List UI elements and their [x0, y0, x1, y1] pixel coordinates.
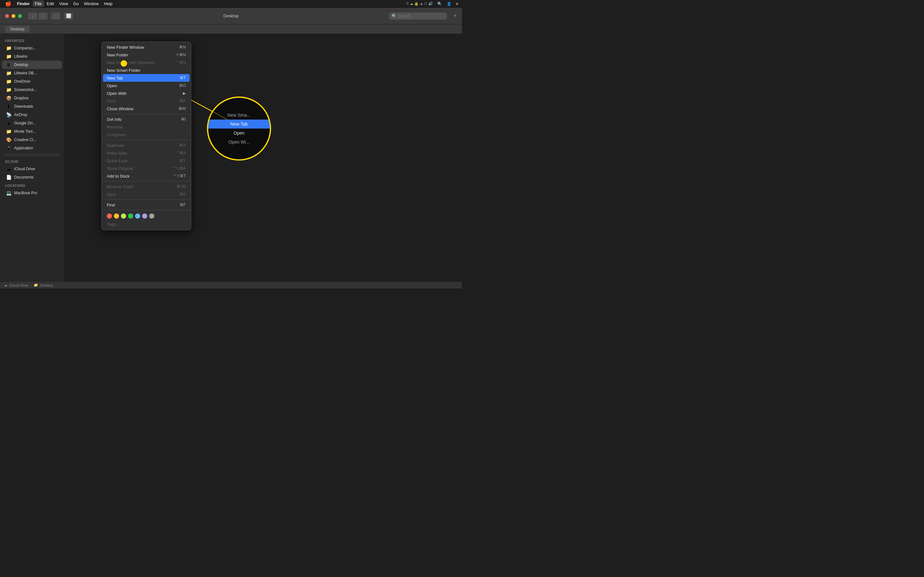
sidebar-item-macbookpro[interactable]: 💻 MacBook Pro [2, 189, 62, 197]
menu-eject[interactable]: Eject ⌘E [102, 190, 191, 198]
finder-toolbar: ‹ › ↑ ⬜ Desktop 🔍 + [0, 8, 462, 24]
sidebar-item-downloads[interactable]: ⬇ Downloads [2, 102, 62, 111]
sidebar-item-creativecloud[interactable]: 🎨 Creative Cl... [2, 135, 62, 144]
sidebar-item-screenshots[interactable]: 📁 Screenshot... [2, 85, 62, 94]
folder-icon: 📁 [6, 87, 11, 93]
menu-new-folder-selection[interactable]: New Folder with Selection ⌃⌘N [102, 59, 191, 66]
user-icon[interactable]: 👤 [445, 1, 453, 7]
menubar-file[interactable]: File [33, 1, 44, 7]
toolbar-title: Desktop [223, 13, 239, 18]
menu-open[interactable]: Open ⌘O [102, 82, 191, 89]
menubar-view[interactable]: View [57, 1, 70, 7]
sidebar-item-lifewire[interactable]: 📁 Lifewire [2, 52, 62, 61]
zoom-open: Open [208, 129, 270, 137]
tags-label[interactable]: Tags... [102, 221, 191, 229]
icloud-header: iCloud [0, 157, 64, 165]
menubar-help[interactable]: Help [102, 1, 115, 7]
sidebar-item-movietool[interactable]: 📁 Movie Tool... [2, 127, 62, 135]
tag-red[interactable] [107, 213, 112, 219]
finder-sidebar: Favorites 📁 Compariso... 📁 Lifewire 🖥 De… [0, 34, 64, 282]
sidebar-item-onedrive[interactable]: 📁 OneDrive [2, 77, 62, 85]
menubar-edit[interactable]: Edit [45, 1, 56, 7]
tag-blue[interactable] [135, 213, 140, 219]
minimize-button[interactable] [11, 14, 15, 18]
apple-menu[interactable]: 🍎 [3, 0, 14, 7]
back-button[interactable]: ‹ [28, 13, 37, 19]
finder-tabbar: Desktop [0, 24, 462, 34]
menubar-right: ⠿ ☁ 🔒 ▲ ⬡ 🔊 🔍 👤 ≡ [405, 1, 459, 7]
sidebar-item-applications[interactable]: 📱 Application [2, 144, 62, 152]
sidebar-item-label: Downloads [14, 104, 33, 109]
menu-close-window[interactable]: Close Window ⌘W [102, 105, 191, 113]
zoom-open-with: Open Wi... [208, 137, 270, 147]
controlcenter-icon[interactable]: ≡ [455, 1, 459, 7]
close-button[interactable] [5, 14, 9, 18]
tag-green[interactable] [128, 213, 133, 219]
menu-compress[interactable]: Compress [102, 131, 191, 139]
sidebar-item-label: Documents [14, 175, 34, 179]
tag-gray[interactable] [149, 213, 154, 219]
menu-rename[interactable]: Rename [102, 123, 191, 131]
menu-new-finder-window[interactable]: New Finder Window ⌘N [102, 43, 191, 51]
menubar-extra-icons: ⠿ ☁ 🔒 ▲ ⬡ 🔊 [405, 1, 434, 6]
locations-header: Locations [0, 181, 64, 189]
forward-button[interactable]: › [39, 13, 47, 19]
tag-yellow[interactable] [121, 213, 126, 219]
tag-purple[interactable] [142, 213, 147, 219]
window-controls [5, 14, 22, 18]
sidebar-item-dropbox[interactable]: 📦 Dropbox [2, 94, 62, 102]
folder-icon: 📁 [6, 53, 11, 59]
menu-show-original[interactable]: Show Original ⌃⌥⌘A [102, 164, 191, 172]
sidebar-item-label: MacBook Pro [14, 191, 37, 195]
sidebar-item-documents[interactable]: 📄 Documents [2, 173, 62, 181]
downloads-icon: ⬇ [6, 103, 11, 109]
highlight-dot-indicator [121, 60, 127, 67]
sidebar-item-label: Lifewire DB... [14, 71, 37, 75]
sidebar-item-desktop[interactable]: 🖥 Desktop [2, 61, 62, 69]
zoom-new-smart-folder: New Sma... [208, 111, 270, 119]
search-menubar-icon[interactable]: 🔍 [436, 1, 443, 7]
search-bar[interactable]: 🔍 [389, 13, 447, 19]
menu-add-to-dock[interactable]: Add to Dock ⌃⇧⌘T [102, 172, 191, 180]
menu-new-smart-folder[interactable]: New Smart Folder [102, 66, 191, 74]
statusbar-cloud-icon: ☁ [4, 283, 7, 287]
sidebar-item-compariso[interactable]: 📁 Compariso... [2, 44, 62, 52]
sidebar-item-icloudrive[interactable]: ☁ iCloud Drive [2, 165, 62, 173]
action-button[interactable]: ⬜ [64, 13, 73, 19]
menu-separator-2 [102, 140, 191, 140]
menubar-left: 🍎 Finder File Edit View Go Window Help [3, 0, 115, 7]
menu-make-alias[interactable]: Make Alias ⌃⌘A [102, 149, 191, 157]
tag-orange[interactable] [114, 213, 119, 219]
add-tab-button[interactable]: + [453, 13, 457, 19]
menu-open-with[interactable]: Open With ▶ [102, 89, 191, 97]
menu-find[interactable]: Find ⌘F [102, 201, 191, 209]
finder-main: New Finder Window ⌘N New Folder ⇧⌘N New … [64, 34, 462, 282]
menu-duplicate[interactable]: Duplicate ⌘D [102, 141, 191, 149]
sidebar-item-lifewiredb[interactable]: 📁 Lifewire DB... [2, 69, 62, 77]
menu-separator-1 [102, 114, 191, 114]
menubar-window[interactable]: Window [81, 1, 101, 7]
menu-new-folder[interactable]: New Folder ⇧⌘N [102, 51, 191, 59]
search-icon: 🔍 [392, 14, 397, 18]
menu-move-to-trash[interactable]: Move to Trash ⌘⌫ [102, 183, 191, 190]
menubar-finder[interactable]: Finder [15, 1, 32, 7]
menubar-go[interactable]: Go [71, 1, 81, 7]
menu-quick-look[interactable]: Quick Look ⌘Y [102, 157, 191, 164]
finder-window: ‹ › ↑ ⬜ Desktop 🔍 + Desktop Favorites 📁 … [0, 8, 462, 288]
dropbox-icon: 📦 [6, 95, 11, 101]
menu-print[interactable]: Print ⌘P [102, 97, 191, 105]
sidebar-item-label: Desktop [14, 63, 28, 67]
googledrive-icon: ▲ [6, 120, 11, 126]
tab-desktop[interactable]: Desktop [5, 26, 29, 33]
documents-icon: 📄 [6, 174, 11, 180]
share-button[interactable]: ↑ [51, 13, 60, 19]
icloud-icon: ☁ [6, 166, 11, 172]
search-input[interactable] [398, 14, 444, 18]
sidebar-item-googledrive[interactable]: ▲ Google Dri... [2, 119, 62, 127]
sidebar-item-label: Creative Cl... [14, 137, 36, 142]
sidebar-item-airdrop[interactable]: 📡 AirDrop [2, 111, 62, 119]
maximize-button[interactable] [18, 14, 22, 18]
menu-get-info[interactable]: Get Info ⌘I [102, 115, 191, 123]
menu-new-tab[interactable]: New Tab ⌘T [103, 74, 190, 82]
folder-icon: 📁 [6, 70, 11, 76]
